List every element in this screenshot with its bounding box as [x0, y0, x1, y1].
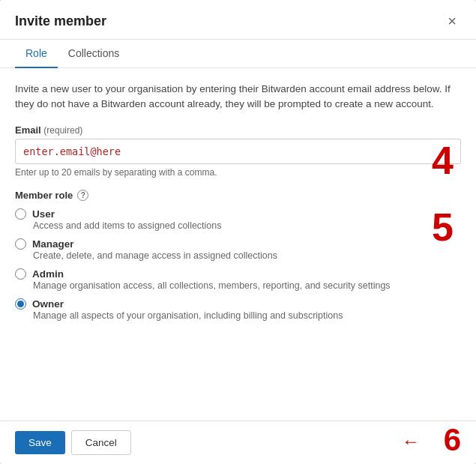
role-owner-description: Manage all aspects of your organisation,…: [33, 310, 461, 321]
email-label: Email (required): [15, 124, 461, 136]
email-field-group: Email (required) 4 Enter up to 20 emails…: [15, 124, 461, 178]
cancel-button[interactable]: Cancel: [71, 430, 131, 455]
member-role-group: Member role ? 5 User Access and add item…: [15, 190, 461, 321]
modal-body: Invite a new user to your organisation b…: [0, 68, 476, 421]
modal-header: Invite member ×: [0, 0, 476, 40]
role-owner: Owner Manage all aspects of your organis…: [15, 298, 461, 321]
role-user: User Access and add items to assigned co…: [15, 208, 461, 231]
required-indicator: (required): [43, 125, 82, 136]
radio-user[interactable]: [15, 208, 26, 220]
help-icon[interactable]: ?: [77, 190, 88, 201]
invite-member-modal: Invite member × Role Collections Invite …: [0, 0, 476, 464]
tab-bar: Role Collections: [0, 40, 476, 68]
tab-collections[interactable]: Collections: [58, 40, 130, 68]
member-role-label: Member role ?: [15, 190, 461, 201]
role-manager-description: Create, delete, and manage access in ass…: [33, 250, 461, 261]
save-button[interactable]: Save: [15, 431, 65, 454]
role-admin-description: Manage organisation access, all collecti…: [33, 280, 461, 291]
invite-description: Invite a new user to your organisation b…: [15, 82, 461, 112]
role-admin: Admin Manage organisation access, all co…: [15, 268, 461, 291]
modal-title: Invite member: [15, 13, 106, 29]
annotation-6: 6: [444, 422, 461, 458]
email-hint: Enter up to 20 emails by separating with…: [15, 167, 461, 178]
radio-manager[interactable]: [15, 238, 26, 250]
email-input[interactable]: [15, 139, 461, 164]
role-user-description: Access and add items to assigned collect…: [33, 220, 461, 231]
radio-admin[interactable]: [15, 268, 26, 280]
radio-owner[interactable]: [15, 298, 26, 310]
role-manager: Manager Create, delete, and manage acces…: [15, 238, 461, 261]
close-button[interactable]: ×: [443, 12, 461, 30]
modal-footer: Save Cancel 6 ←: [0, 421, 476, 464]
annotation-arrow: ←: [402, 431, 420, 452]
tab-role[interactable]: Role: [15, 40, 58, 68]
